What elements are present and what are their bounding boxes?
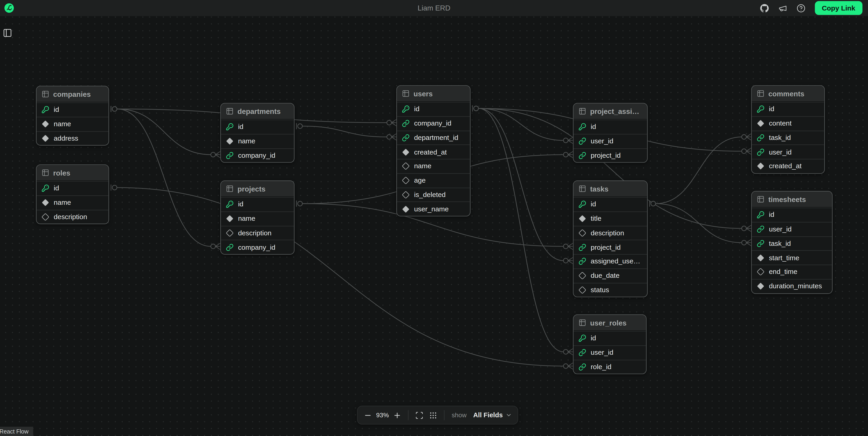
column-row-address[interactable]: address [36, 131, 108, 145]
column-row-name[interactable]: name [221, 211, 294, 225]
copy-link-button[interactable]: Copy Link [814, 1, 863, 15]
column-row-name[interactable]: name [397, 159, 470, 173]
column-row-project_id[interactable]: project_id [574, 240, 647, 254]
column-row-id[interactable]: id [752, 208, 832, 222]
column-row-user_id[interactable]: user_id [574, 345, 646, 359]
column-row-task_id[interactable]: task_id [752, 236, 832, 250]
table-name: users [413, 90, 433, 98]
tidy-up-button[interactable] [426, 411, 440, 419]
column-row-user_id[interactable]: user_id [574, 134, 647, 148]
table-header[interactable]: timesheets [752, 191, 832, 208]
column-row-status[interactable]: status [574, 283, 647, 297]
column-row-id[interactable]: id [221, 120, 294, 134]
table-header[interactable]: companies [36, 86, 108, 102]
attribution[interactable]: React Flow [0, 427, 33, 436]
primary-key-icon [757, 211, 765, 219]
table-header[interactable]: user_roles [574, 315, 646, 331]
table-node-user_roles[interactable]: user_rolesiduser_idrole_id [573, 314, 647, 374]
column-row-company_id[interactable]: company_id [221, 148, 294, 162]
fields-filter-select[interactable]: All Fields [471, 411, 514, 419]
column-row-title[interactable]: title [574, 211, 647, 225]
column-row-user_id[interactable]: user_id [752, 222, 832, 236]
column-row-description[interactable]: description [574, 225, 647, 240]
erd-canvas[interactable] [0, 16, 868, 436]
column-row-id[interactable]: id [574, 197, 647, 211]
fit-view-button[interactable] [412, 411, 426, 419]
table-header[interactable]: users [397, 86, 470, 102]
column-name: name [414, 162, 432, 170]
column-row-duration_minutes[interactable]: duration_minutes [752, 279, 832, 293]
table-node-tasks[interactable]: tasksidtitledescriptionproject_idassigne… [573, 180, 648, 297]
panel-left-toggle-button[interactable] [3, 28, 13, 38]
column-row-name[interactable]: name [36, 117, 108, 131]
column-row-description[interactable]: description [221, 225, 294, 240]
column-row-age[interactable]: age [397, 173, 470, 187]
help-circle-icon[interactable] [796, 4, 805, 12]
table-name: roles [53, 168, 70, 177]
zoom-in-button[interactable] [390, 411, 404, 419]
not-null-diamond-icon [757, 282, 765, 290]
column-row-user_id[interactable]: user_id [752, 145, 825, 159]
zoom-out-button[interactable] [361, 411, 375, 419]
column-row-id[interactable]: id [574, 120, 647, 134]
column-name: project_id [591, 152, 621, 159]
table-header[interactable]: project_assignme... [574, 103, 647, 119]
nullable-diamond-icon [579, 286, 586, 294]
column-row-assigned_user_id[interactable]: assigned_user_id [574, 254, 647, 268]
table-header[interactable]: roles [36, 165, 108, 181]
column-name: created_at [769, 162, 802, 170]
nullable-diamond-icon [757, 268, 765, 276]
column-name: user_id [591, 137, 613, 145]
column-name: id [238, 201, 244, 209]
column-row-id[interactable]: id [752, 102, 825, 116]
table-name: departments [238, 107, 281, 115]
table-header[interactable]: tasks [574, 181, 647, 197]
table-node-timesheets[interactable]: timesheetsiduser_idtask_idstart_timeend_… [751, 191, 832, 294]
column-row-name[interactable]: name [221, 134, 294, 148]
column-row-end_time[interactable]: end_time [752, 264, 832, 279]
column-row-due_date[interactable]: due_date [574, 268, 647, 282]
table-header[interactable]: projects [221, 181, 294, 197]
toolbar-divider [444, 410, 444, 420]
column-row-id[interactable]: id [221, 197, 294, 211]
column-row-name[interactable]: name [36, 195, 108, 209]
column-row-is_deleted[interactable]: is_deleted [397, 187, 470, 201]
column-name: id [591, 123, 596, 131]
table-node-companies[interactable]: companiesidnameaddress [36, 86, 109, 146]
column-row-start_time[interactable]: start_time [752, 250, 832, 264]
column-row-id[interactable]: id [397, 102, 470, 116]
primary-key-icon [41, 184, 49, 192]
column-name: age [414, 177, 426, 184]
column-row-department_id[interactable]: department_id [397, 130, 470, 145]
column-row-project_id[interactable]: project_id [574, 148, 647, 162]
column-row-id[interactable]: id [36, 102, 108, 117]
column-row-role_id[interactable]: role_id [574, 360, 646, 374]
github-icon[interactable] [760, 4, 769, 12]
table-header[interactable]: departments [221, 103, 294, 119]
column-row-content[interactable]: content [752, 116, 825, 130]
column-name: is_deleted [414, 191, 446, 198]
table-node-roles[interactable]: rolesidnamedescription [36, 164, 109, 224]
column-row-company_id[interactable]: company_id [221, 240, 294, 254]
column-name: id [769, 105, 774, 113]
column-row-id[interactable]: id [574, 331, 646, 345]
megaphone-icon[interactable] [778, 4, 787, 12]
table-node-departments[interactable]: departmentsidnamecompany_id [220, 103, 294, 163]
table-node-users[interactable]: usersidcompany_iddepartment_idcreated_at… [396, 85, 470, 216]
column-row-user_name[interactable]: user_name [397, 201, 470, 216]
column-row-id[interactable]: id [36, 181, 108, 195]
column-row-task_id[interactable]: task_id [752, 130, 825, 145]
column-row-description[interactable]: description [36, 210, 108, 224]
column-row-company_id[interactable]: company_id [397, 116, 470, 130]
column-row-created_at[interactable]: created_at [397, 145, 470, 159]
table-node-projects[interactable]: projectsidnamedescriptioncompany_id [220, 180, 294, 254]
table-node-project_assignments[interactable]: project_assignme...iduser_idproject_id [573, 103, 648, 163]
column-row-created_at[interactable]: created_at [752, 159, 825, 173]
column-name: id [769, 211, 774, 219]
table-header[interactable]: comments [752, 86, 825, 102]
not-null-diamond-icon [757, 120, 765, 127]
table-icon [579, 107, 586, 115]
table-node-comments[interactable]: commentsidcontenttask_iduser_idcreated_a… [751, 85, 825, 174]
primary-key-icon [579, 201, 586, 209]
panel-left-icon [3, 28, 12, 37]
